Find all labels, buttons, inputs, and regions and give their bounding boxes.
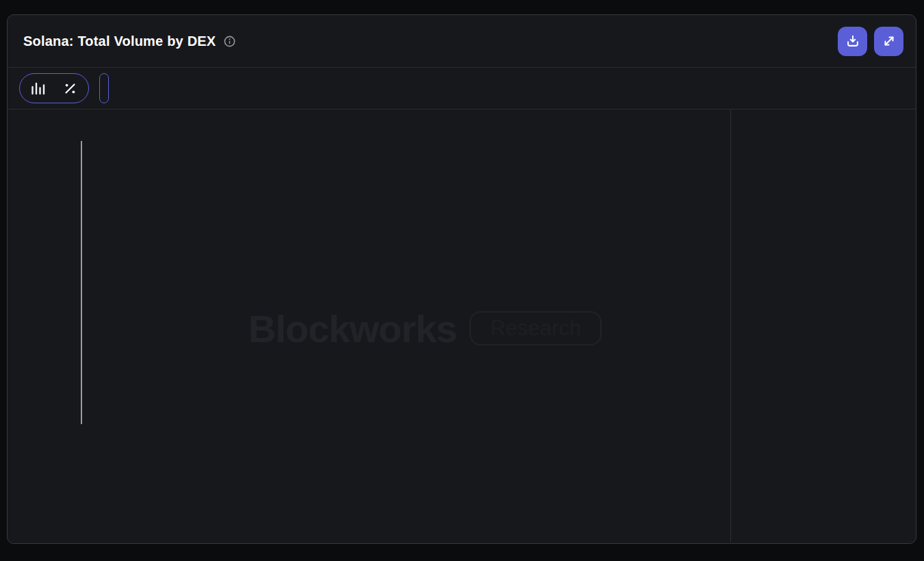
download-tray-icon bbox=[845, 34, 860, 49]
expand-arrows-icon bbox=[882, 34, 897, 49]
chart-toolbar bbox=[8, 68, 916, 109]
y-axis-line bbox=[81, 141, 82, 424]
info-icon[interactable] bbox=[223, 35, 236, 48]
granularity-toggle bbox=[99, 73, 109, 103]
watermark-brand: Blockworks bbox=[248, 306, 457, 351]
watermark: Blockworks Research bbox=[248, 306, 602, 350]
watermark-badge: Research bbox=[470, 311, 602, 345]
chart-type-toggle bbox=[19, 73, 89, 103]
chart-panel: Solana: Total Volume by DEX bbox=[7, 14, 916, 544]
expand-button[interactable] bbox=[874, 27, 903, 56]
plot-region: Blockworks Research bbox=[8, 109, 731, 543]
chart-type-percent[interactable] bbox=[54, 76, 86, 101]
page-title: Solana: Total Volume by DEX bbox=[23, 34, 216, 49]
chart-main: Blockworks Research bbox=[8, 109, 916, 543]
chart-type-bars[interactable] bbox=[22, 76, 54, 101]
export-button[interactable] bbox=[838, 27, 867, 56]
panel-header: Solana: Total Volume by DEX bbox=[8, 15, 916, 68]
percent-icon bbox=[63, 81, 77, 96]
chart-legend bbox=[731, 109, 916, 543]
bar-chart-icon bbox=[30, 81, 46, 96]
